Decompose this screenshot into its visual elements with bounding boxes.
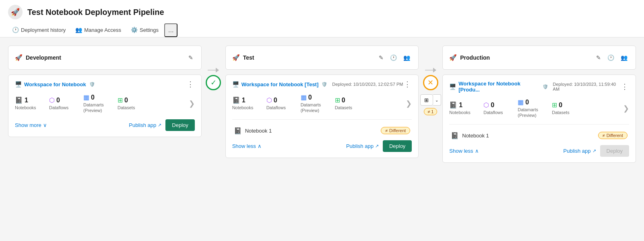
production-workspace-title-area: 🖥️ Workspace for Notebook [Produ... 🛡️ D… (449, 81, 620, 93)
production-workspace-icon: 🖥️ (449, 83, 456, 90)
test-notebook-different-badge: ≠ Different (381, 127, 410, 134)
production-notebook-row: 📓 Notebook 1 ≠ Different (449, 129, 629, 143)
production-workspace-card: 🖥️ Workspace for Notebook [Produ... 🛡️ D… (442, 75, 636, 163)
production-datamarts-icon: ▦ (518, 98, 524, 106)
production-different-label: Different (607, 133, 623, 138)
nav-manage-access[interactable]: 👥 Manage Access (71, 23, 125, 37)
development-datamarts-label: Datamarts(Preview) (83, 102, 104, 114)
test-workspace-badge: 🛡️ (322, 82, 327, 87)
test-history-button[interactable]: 🕐 (388, 54, 398, 62)
development-workspace-menu[interactable]: ⋮ (186, 81, 195, 88)
development-show-more-label: Show more (15, 122, 41, 128)
production-show-less-button[interactable]: Show less ∧ (449, 148, 479, 154)
production-deploy-status: Deployed: 10/10/2023, 11:59:40 AM (553, 82, 620, 91)
test-show-less-button[interactable]: Show less ∧ (232, 143, 262, 149)
production-datasets-label: Datasets (552, 110, 569, 115)
development-workspace-badge: 🛡️ (89, 82, 95, 87)
production-dataflows-label: Dataflows (483, 110, 503, 115)
test-stat-dataflows: ⬡ 0 Dataflows (266, 96, 301, 110)
nav-deployment-history-label: Deployment history (21, 27, 66, 33)
test-users-button[interactable]: 👥 (402, 54, 412, 62)
different-label: Different (389, 128, 406, 133)
compare-button[interactable]: ⊞ (420, 94, 433, 106)
test-stat-datasets: ⊞ 0 Datasets (335, 96, 369, 110)
production-edit-button[interactable]: ✎ (594, 54, 603, 62)
test-dataflows-icon: ⬡ (266, 96, 272, 104)
test-deploy-label: Deploy (389, 143, 405, 149)
test-stats-arrow[interactable]: ❯ (406, 99, 412, 108)
test-dataflows-count: 0 (274, 97, 277, 104)
more-menu-button[interactable]: ... (164, 23, 178, 37)
test-stat-notebooks: 📓 1 Notebooks (232, 96, 266, 110)
development-right-actions: Publish app ↗ Deploy (129, 119, 194, 131)
test-workspace-menu[interactable]: ⋮ (403, 81, 412, 88)
nav-settings-label: Settings (140, 27, 159, 33)
test-datamarts-count: 0 (308, 94, 312, 101)
compare-dropdown-button[interactable]: ⌄ (433, 94, 441, 106)
title-row: 🚀 Test Notebook Deployment Pipeline (8, 5, 636, 19)
test-publish-button[interactable]: Publish app ↗ (346, 143, 379, 149)
production-workspace-header: 🖥️ Workspace for Notebook [Produ... 🛡️ D… (449, 81, 629, 93)
development-dataflows-count: 0 (56, 97, 60, 104)
production-workspace-menu[interactable]: ⋮ (620, 83, 629, 90)
test-notebooks-count: 1 (242, 97, 246, 104)
horiz-line-1 (208, 70, 216, 71)
development-edit-button[interactable]: ✎ (187, 54, 195, 62)
test-deploy-button[interactable]: Deploy (383, 140, 412, 152)
production-history-button[interactable]: 🕐 (606, 54, 616, 62)
production-users-button[interactable]: 👥 (619, 54, 629, 62)
development-show-more-chevron: ∨ (43, 122, 47, 128)
compare-controls: ⊞ ⌄ (420, 94, 441, 106)
test-external-link-icon: ↗ (375, 143, 379, 149)
production-datamarts-label: Datamarts(Preview) (518, 107, 538, 118)
test-stat-datamarts: ▦ 0 Datamarts(Preview) (301, 93, 335, 114)
production-workspace-badge: 🛡️ (543, 84, 548, 89)
test-notebook-icon: 📓 (234, 127, 242, 135)
production-stage-name: Production (460, 54, 490, 61)
history-icon: 🕐 (12, 27, 19, 33)
production-stats-arrow[interactable]: ❯ (623, 104, 629, 113)
development-deploy-button[interactable]: Deploy (165, 119, 194, 131)
nav-deployment-history[interactable]: 🕐 Deployment history (8, 23, 70, 37)
development-datasets-count: 0 (124, 97, 128, 104)
test-show-less-chevron: ∧ (258, 143, 262, 149)
development-stats-arrow[interactable]: ❯ (189, 99, 195, 108)
test-edit-button[interactable]: ✎ (377, 54, 385, 62)
production-header-card: 🚀 Production ✎ 🕐 👥 (442, 46, 636, 70)
test-notebook-row: 📓 Notebook 1 ≠ Different (232, 124, 412, 138)
production-publish-label: Publish app (564, 148, 591, 154)
nav-row: 🕐 Deployment history 👥 Manage Access ⚙️ … (8, 23, 636, 37)
production-datamarts-count: 0 (525, 99, 529, 106)
production-right-actions: Publish app ↗ Deploy (564, 145, 629, 157)
development-workspace-icon: 🖥️ (15, 81, 22, 87)
gear-icon: ⚙️ (131, 27, 138, 33)
test-notebook-name: Notebook 1 (245, 128, 272, 134)
production-stats-row: 📓 1 Notebooks ⬡ 0 Dataflows ▦ 0 (449, 98, 629, 118)
development-header-left: 🚀 Development (15, 54, 61, 61)
connector-arrow-dev-test (208, 68, 219, 73)
production-notebook-different-badge: ≠ Different (598, 132, 627, 139)
test-divider (232, 119, 412, 120)
test-datamarts-icon: ▦ (301, 93, 307, 101)
production-stat-datamarts: ▦ 0 Datamarts(Preview) (518, 98, 552, 118)
production-stage-actions: ✎ 🕐 👥 (594, 54, 629, 62)
test-notebooks-label: Notebooks (232, 105, 254, 110)
development-stat-datasets: ⊞ 0 Datasets (118, 96, 152, 110)
dataflows-icon: ⬡ (49, 96, 55, 104)
production-divider (449, 124, 629, 125)
test-workspace-name[interactable]: Workspace for Notebook [Test] (242, 81, 319, 87)
production-external-link-icon: ↗ (592, 148, 596, 154)
development-workspace-name[interactable]: Workspace for Notebook (24, 81, 86, 87)
production-publish-button[interactable]: Publish app ↗ (564, 148, 596, 154)
notebooks-icon: 📓 (15, 96, 23, 104)
development-stage-name: Development (26, 54, 61, 61)
development-workspace-card: 🖥️ Workspace for Notebook 🛡️ ⋮ 📓 1 Noteb… (8, 75, 202, 137)
production-workspace-name[interactable]: Workspace for Notebook [Produ... (458, 81, 539, 93)
development-show-more-button[interactable]: Show more ∨ (15, 122, 47, 128)
test-deploy-status: Deployed: 10/10/2023, 12:02:57 PM (332, 82, 403, 87)
development-publish-button[interactable]: Publish app ↗ (129, 122, 161, 128)
nav-settings[interactable]: ⚙️ Settings (127, 23, 163, 37)
production-stat-dataflows: ⬡ 0 Dataflows (483, 101, 518, 115)
development-notebooks-count: 1 (25, 97, 28, 104)
production-deploy-button: Deploy (600, 145, 629, 157)
